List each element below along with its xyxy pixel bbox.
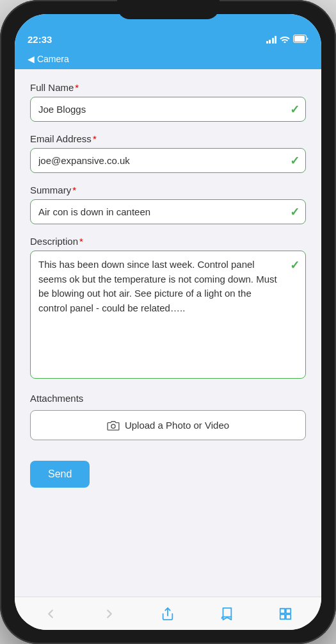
phone-frame: 22:33 [0, 0, 336, 644]
summary-input[interactable] [30, 199, 306, 224]
summary-input-wrapper: ✓ [30, 199, 306, 224]
description-group: Description * This has been down since l… [30, 236, 306, 381]
browser-share-button[interactable] [153, 603, 182, 625]
status-time: 22:33 [28, 34, 52, 45]
browser-bar [15, 597, 321, 630]
full-name-input[interactable] [30, 97, 306, 122]
svg-rect-1 [294, 36, 305, 42]
description-input-wrapper: This has been down since last week. Cont… [30, 251, 306, 381]
upload-button-label: Upload a Photo or Video [125, 420, 229, 431]
form-content: Full Name * ✓ Email Address * ✓ [15, 69, 321, 597]
email-input[interactable] [30, 148, 306, 173]
email-check-icon: ✓ [290, 154, 300, 168]
send-button[interactable]: Send [30, 461, 90, 488]
upload-button[interactable]: Upload a Photo or Video [30, 410, 306, 440]
signal-icon [266, 36, 277, 44]
phone-screen: 22:33 [15, 14, 321, 630]
browser-back-button[interactable] [36, 603, 65, 625]
browser-bookmarks-button[interactable] [212, 603, 241, 625]
status-icons [266, 35, 309, 45]
wifi-icon [280, 35, 290, 45]
description-required: * [79, 236, 83, 247]
browser-forward-button[interactable] [95, 603, 124, 625]
summary-check-icon: ✓ [290, 205, 300, 219]
browser-tabs-button[interactable] [271, 603, 300, 625]
email-label: Email Address * [30, 133, 306, 144]
summary-label: Summary * [30, 185, 306, 195]
description-input[interactable]: This has been down since last week. Cont… [30, 251, 306, 379]
svg-rect-5 [286, 608, 291, 613]
status-bar: 22:33 [15, 14, 321, 49]
email-required: * [93, 133, 97, 144]
email-group: Email Address * ✓ [30, 133, 306, 173]
svg-rect-7 [286, 614, 291, 618]
phone-notch [117, 0, 220, 19]
nav-bar: ◀ Camera [15, 49, 321, 69]
camera-icon [107, 420, 120, 431]
summary-group: Summary * ✓ [30, 185, 306, 224]
description-check-icon: ✓ [290, 258, 300, 272]
description-label: Description * [30, 236, 306, 247]
full-name-check-icon: ✓ [290, 103, 300, 117]
summary-required: * [72, 185, 76, 195]
svg-rect-6 [280, 614, 285, 618]
full-name-input-wrapper: ✓ [30, 97, 306, 122]
full-name-group: Full Name * ✓ [30, 82, 306, 122]
battery-icon [293, 35, 308, 45]
email-input-wrapper: ✓ [30, 148, 306, 173]
full-name-required: * [75, 82, 79, 93]
back-button[interactable]: ◀ Camera [28, 54, 69, 64]
attachments-group: Attachments Upload a Photo or Video [30, 393, 306, 440]
svg-point-2 [111, 424, 115, 428]
full-name-label: Full Name * [30, 82, 306, 93]
svg-rect-4 [280, 608, 285, 613]
attachments-label: Attachments [30, 393, 306, 404]
